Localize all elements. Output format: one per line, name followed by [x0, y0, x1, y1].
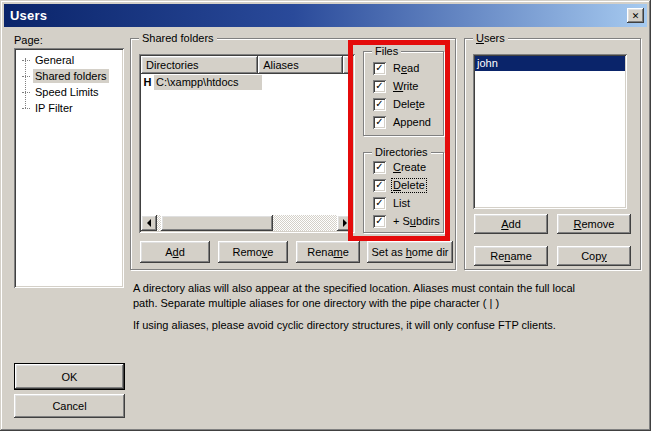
close-icon: ✕ — [632, 11, 640, 21]
page-tree: General Shared folders Speed Limits IP F… — [14, 48, 124, 288]
column-header-filler — [343, 56, 353, 74]
page-label: Page: — [14, 34, 43, 46]
scroll-right-button[interactable] — [337, 215, 353, 231]
users-dialog: Users ✕ Page: General Shared folders Spe… — [0, 0, 651, 431]
files-group-label: Files — [372, 44, 401, 59]
checkbox-box[interactable]: ✓ — [373, 116, 386, 129]
check-icon: ✓ — [375, 99, 383, 109]
shared-folders-group-label: Shared folders — [139, 31, 217, 46]
users-group: Users john Add Remove Rename Copy — [464, 38, 641, 270]
directory-row[interactable]: H C:\xampp\htdocs — [141, 74, 353, 90]
check-icon: ✓ — [375, 216, 383, 226]
directories-listview: Directories Aliases H C:\xampp\htdocs — [139, 54, 355, 233]
tree-item-ip-filter[interactable]: IP Filter — [18, 100, 120, 116]
checkbox-file-write[interactable]: ✓ Write — [373, 79, 419, 93]
description-line: If using aliases, please avoid cyclic di… — [133, 318, 638, 333]
set-home-dir-button[interactable]: Set as home dir — [367, 241, 453, 263]
user-row-john[interactable]: john — [475, 56, 625, 71]
scrollbar-thumb[interactable] — [161, 215, 273, 231]
home-dir-flag: H — [141, 76, 154, 88]
remove-user-button[interactable]: Remove — [557, 214, 631, 234]
checkbox-box[interactable]: ✓ — [373, 215, 386, 228]
check-icon: ✓ — [375, 117, 383, 127]
checkbox-dir-create[interactable]: ✓ Create — [373, 160, 427, 174]
copy-user-button[interactable]: Copy — [557, 246, 631, 266]
remove-folder-button[interactable]: Remove — [218, 241, 288, 263]
description-line: path. Separate multiple aliases for one … — [133, 296, 638, 311]
users-listbox: john — [473, 54, 627, 209]
window-title: Users — [10, 8, 47, 23]
column-header-directories[interactable]: Directories — [141, 56, 258, 74]
checkbox-dir-subdirs[interactable]: ✓ + Subdirs — [373, 214, 441, 228]
checkbox-box[interactable]: ✓ — [373, 80, 386, 93]
checkbox-dir-delete[interactable]: ✓ Delete — [373, 178, 426, 192]
add-folder-button[interactable]: Add — [140, 241, 210, 263]
tree-item-shared-folders[interactable]: Shared folders — [18, 68, 120, 84]
rename-user-button[interactable]: Rename — [474, 246, 548, 266]
checkbox-box[interactable]: ✓ — [373, 197, 386, 210]
checkbox-box[interactable]: ✓ — [373, 161, 386, 174]
column-header-aliases[interactable]: Aliases — [258, 56, 343, 74]
scroll-right-icon — [343, 219, 351, 227]
tree-connector — [22, 108, 30, 109]
description-line: A directory alias will also appear at th… — [133, 281, 638, 296]
horizontal-scrollbar[interactable] — [141, 215, 353, 231]
check-icon: ✓ — [375, 162, 383, 172]
directories-group-label: Directories — [372, 145, 431, 160]
tree-item-general[interactable]: General — [18, 52, 120, 68]
checkbox-file-read[interactable]: ✓ Read — [373, 61, 420, 75]
check-icon: ✓ — [375, 180, 383, 190]
checkbox-box[interactable]: ✓ — [373, 98, 386, 111]
close-button[interactable]: ✕ — [627, 8, 644, 23]
listview-header: Directories Aliases — [141, 56, 353, 74]
add-user-button[interactable]: Add — [474, 214, 548, 234]
scroll-left-icon — [143, 219, 151, 227]
checkbox-file-append[interactable]: ✓ Append — [373, 115, 432, 129]
directories-permissions-group: Directories ✓ Create ✓ Delete ✓ List ✓ +… — [363, 152, 444, 233]
directory-path: C:\xampp\htdocs — [154, 75, 262, 90]
ok-button[interactable]: OK — [14, 363, 125, 390]
files-permissions-group: Files ✓ Read ✓ Write ✓ Delete ✓ Append — [363, 51, 444, 136]
checkbox-file-delete[interactable]: ✓ Delete — [373, 97, 426, 111]
check-icon: ✓ — [375, 198, 383, 208]
checkbox-dir-list[interactable]: ✓ List — [373, 196, 411, 210]
cancel-button[interactable]: Cancel — [14, 394, 125, 418]
tree-connector — [22, 92, 30, 93]
scroll-left-button[interactable] — [141, 215, 157, 231]
tree-item-speed-limits[interactable]: Speed Limits — [18, 84, 120, 100]
users-group-label: Users — [473, 31, 508, 46]
alias-description: A directory alias will also appear at th… — [133, 281, 638, 333]
checkbox-box[interactable]: ✓ — [373, 62, 386, 75]
checkbox-box[interactable]: ✓ — [373, 179, 386, 192]
title-bar[interactable]: Users ✕ — [4, 4, 647, 27]
check-icon: ✓ — [375, 63, 383, 73]
tree-connector — [22, 60, 30, 61]
check-icon: ✓ — [375, 81, 383, 91]
tree-connector — [22, 76, 30, 77]
rename-folder-button[interactable]: Rename — [296, 241, 360, 263]
